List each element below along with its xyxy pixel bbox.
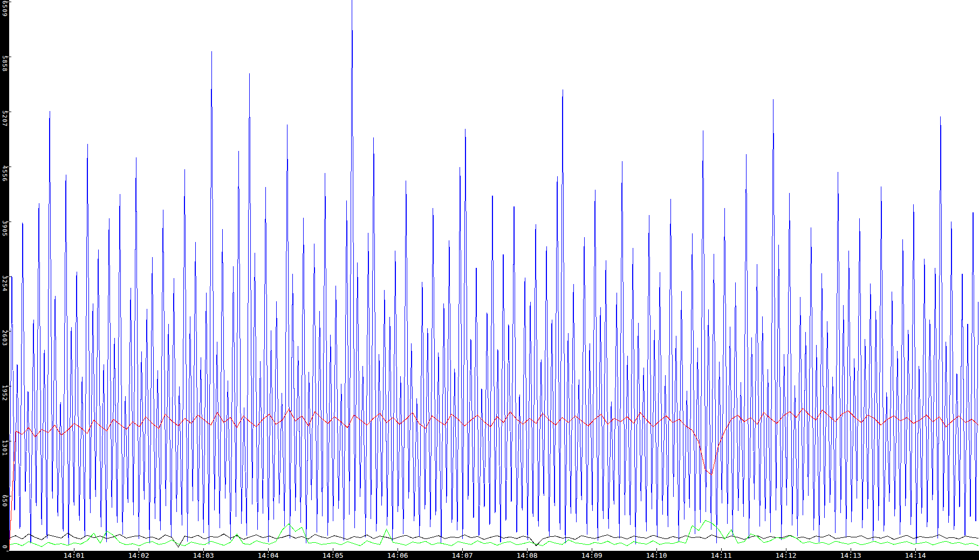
chart-root: 0650130119522603325439054556520758586509… <box>0 0 979 560</box>
series-green-baseline-line <box>9 521 978 547</box>
x-tick-label: 14:11 <box>709 552 733 559</box>
plot-svg <box>9 0 979 551</box>
x-tick-label: 14:09 <box>580 552 604 559</box>
x-tick-label: 14:10 <box>645 552 668 559</box>
x-tick-label: 14:04 <box>256 552 280 559</box>
x-tick-label: 14:02 <box>127 552 150 559</box>
y-tick-mark <box>9 386 11 386</box>
y-tick-label: 3905 <box>2 220 8 237</box>
y-tick-label: 5207 <box>2 110 8 127</box>
y-tick-label: 0 <box>2 545 8 549</box>
x-tick-label: 14:12 <box>774 552 798 559</box>
y-tick-mark <box>9 57 11 57</box>
y-tick-mark <box>6 551 9 551</box>
y-tick-mark <box>9 276 11 277</box>
plot-area <box>9 0 979 551</box>
y-tick-label: 4556 <box>2 165 8 182</box>
x-tick-label: 14:08 <box>515 552 539 559</box>
y-tick-mark <box>9 112 11 112</box>
y-tick-mark <box>9 222 11 222</box>
x-tick-label: 14:06 <box>386 552 409 559</box>
x-tick-label: 14:13 <box>839 552 862 559</box>
x-tick-label: 14:03 <box>191 552 215 559</box>
y-tick-mark <box>9 331 11 331</box>
x-tick-label: 14:01 <box>62 552 86 559</box>
series-blue-spikes-line <box>9 0 978 544</box>
y-tick-label: 1301 <box>2 440 8 457</box>
y-tick-mark <box>9 2 11 2</box>
y-tick-label: 6509 <box>2 1 8 17</box>
x-tick-label: 14:05 <box>321 552 345 559</box>
series-black-baseline-line <box>9 533 978 547</box>
y-tick-mark <box>9 441 11 441</box>
x-tick-label: 14:07 <box>450 552 474 559</box>
y-tick-mark <box>9 496 11 496</box>
y-tick-mark <box>9 551 11 551</box>
y-tick-mark <box>9 167 11 167</box>
y-tick-label: 3254 <box>2 275 8 292</box>
x-tick-label: 14:14 <box>903 552 927 559</box>
y-tick-label: 1952 <box>2 385 8 402</box>
y-tick-label: 2603 <box>2 330 8 347</box>
y-tick-label: 5858 <box>2 56 8 72</box>
y-tick-label: 650 <box>2 495 8 507</box>
